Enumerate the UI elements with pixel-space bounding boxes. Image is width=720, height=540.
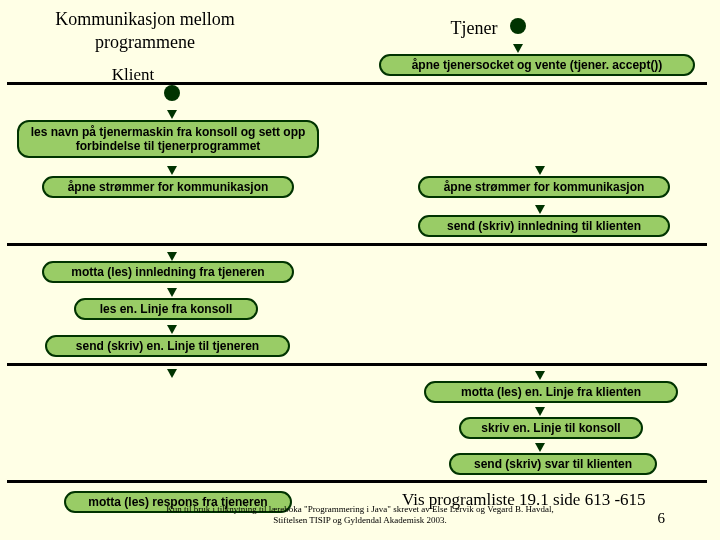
arrow-icon [535, 166, 545, 175]
step-server-open-streams: åpne strømmer for kommunikasjon [418, 176, 670, 198]
arrow-icon [167, 325, 177, 334]
divider [7, 82, 707, 85]
main-title: Kommunikasjon mellom programmene [15, 8, 275, 55]
arrow-icon [535, 205, 545, 214]
client-start-dot [164, 85, 180, 101]
step-client-send-line: send (skriv) en. Linje til tjeneren [45, 335, 290, 357]
arrow-icon [535, 443, 545, 452]
step-client-read-name: les navn på tjenermaskin fra konsoll og … [17, 120, 319, 158]
server-start-dot [510, 18, 526, 34]
step-server-send-intro: send (skriv) innledning til klienten [418, 215, 670, 237]
step-client-read-line: les en. Linje fra konsoll [74, 298, 258, 320]
divider [7, 480, 707, 483]
step-server-open-socket: åpne tjenersocket og vente (tjener. acce… [379, 54, 695, 76]
step-client-open-streams: åpne strømmer for kommunikasjon [42, 176, 294, 198]
arrow-icon [167, 110, 177, 119]
page-number: 6 [658, 510, 666, 527]
step-server-recv-line: motta (les) en. Linje fra klienten [424, 381, 678, 403]
step-server-write-console: skriv en. Linje til konsoll [459, 417, 643, 439]
divider [7, 243, 707, 246]
arrow-icon [167, 166, 177, 175]
server-column-title: Tjener [444, 18, 504, 39]
arrow-icon [167, 369, 177, 378]
arrow-icon [513, 44, 523, 53]
divider [7, 363, 707, 366]
step-client-recv-intro: motta (les) innledning fra tjeneren [42, 261, 294, 283]
arrow-icon [535, 371, 545, 380]
arrow-icon [167, 288, 177, 297]
arrow-icon [535, 407, 545, 416]
arrow-icon [167, 252, 177, 261]
footer-citation: Kun til bruk i tilknytning til læreboka … [150, 504, 570, 527]
step-server-send-resp: send (skriv) svar til klienten [449, 453, 657, 475]
